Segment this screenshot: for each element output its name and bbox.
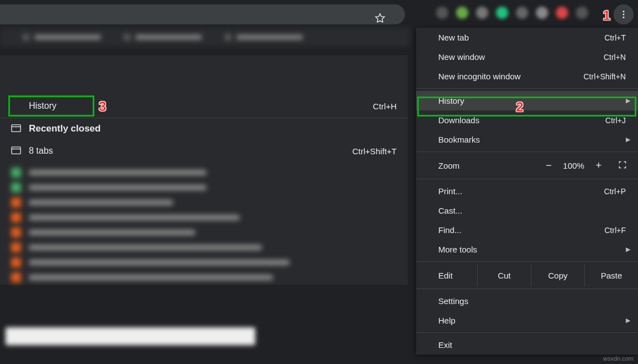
submenu-arrow-icon: ▶ <box>626 317 630 324</box>
menu-new-window[interactable]: New windowCtrl+N <box>416 47 638 67</box>
svg-rect-5 <box>12 147 21 154</box>
extensions-row <box>436 7 588 19</box>
window-icon <box>11 124 21 133</box>
submenu-restore-tabs[interactable]: 8 tabs Ctrl+Shift+T <box>0 139 408 163</box>
browser-toolbar <box>0 0 638 28</box>
submenu-history[interactable]: History Ctrl+H <box>0 94 408 118</box>
menu-history[interactable]: History▶ <box>416 91 638 110</box>
bookmark-star-icon[interactable] <box>374 12 386 24</box>
watermark: wsxdn.com <box>603 355 634 362</box>
menu-find[interactable]: Find...Ctrl+F <box>416 220 638 240</box>
svg-point-2 <box>623 17 625 18</box>
bookmarks-bar <box>0 28 411 47</box>
menu-exit[interactable]: Exit <box>416 335 638 355</box>
svg-point-1 <box>623 14 625 16</box>
fullscreen-icon[interactable] <box>618 160 627 171</box>
menu-zoom: Zoom − 100% + <box>416 154 638 176</box>
menu-bookmarks[interactable]: Bookmarks▶ <box>416 130 638 149</box>
submenu-recently-closed: Recently closed <box>0 118 408 139</box>
submenu-arrow-icon: ▶ <box>626 136 630 143</box>
menu-new-tab[interactable]: New tabCtrl+T <box>416 28 638 47</box>
menu-incognito[interactable]: New incognito windowCtrl+Shift+N <box>416 67 638 86</box>
menu-settings[interactable]: Settings <box>416 291 638 311</box>
menu-print[interactable]: Print...Ctrl+P <box>416 181 638 201</box>
browser-menu-button[interactable] <box>614 4 634 24</box>
address-bar[interactable] <box>0 4 405 24</box>
menu-help[interactable]: Help▶ <box>416 311 638 330</box>
submenu-arrow-icon: ▶ <box>626 97 630 104</box>
svg-point-0 <box>623 11 625 12</box>
submenu-arrow-icon: ▶ <box>626 246 630 253</box>
zoom-out-button[interactable]: − <box>540 160 557 171</box>
menu-cast[interactable]: Cast... <box>416 201 638 220</box>
zoom-in-button[interactable]: + <box>590 160 607 171</box>
menu-more-tools[interactable]: More tools▶ <box>416 240 638 259</box>
svg-rect-3 <box>12 125 21 132</box>
edit-paste[interactable]: Paste <box>584 264 638 286</box>
edit-cut[interactable]: Cut <box>477 264 531 286</box>
history-submenu: History Ctrl+H Recently closed 8 tabs Ct… <box>0 55 408 285</box>
blurred-content <box>6 327 255 345</box>
menu-edit-row: Edit Cut Copy Paste <box>416 264 638 286</box>
zoom-level: 100% <box>557 161 590 170</box>
edit-copy[interactable]: Copy <box>531 264 585 286</box>
window-icon <box>11 146 21 155</box>
menu-downloads[interactable]: DownloadsCtrl+J <box>416 110 638 130</box>
browser-main-menu: New tabCtrl+T New windowCtrl+N New incog… <box>416 28 638 355</box>
